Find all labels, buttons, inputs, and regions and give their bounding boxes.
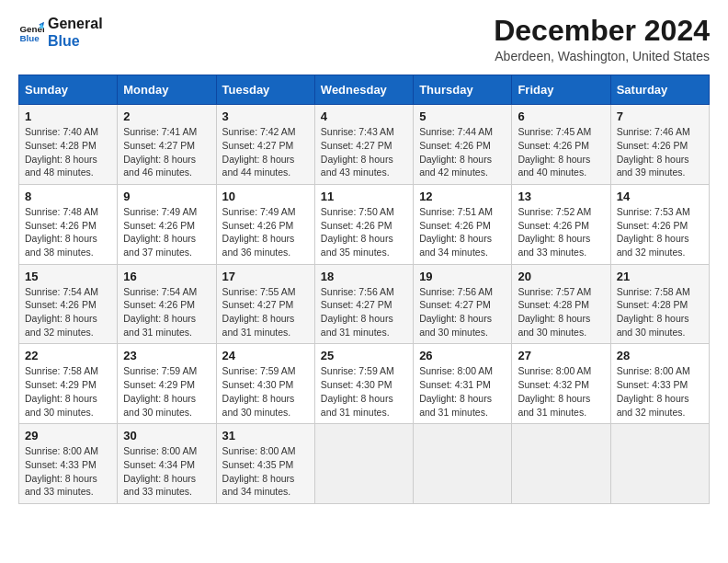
day-number: 6 [518,109,604,123]
day-cell: 9 Sunrise: 7:49 AM Sunset: 4:26 PM Dayli… [118,184,216,264]
day-cell: 25 Sunrise: 7:59 AM Sunset: 4:30 PM Dayl… [314,344,413,424]
day-number: 26 [419,349,506,362]
day-cell: 13 Sunrise: 7:52 AM Sunset: 4:26 PM Dayl… [512,184,610,264]
week-row-4: 22 Sunrise: 7:58 AM Sunset: 4:29 PM Dayl… [19,344,710,424]
page-header: General Blue General Blue December 2024 … [18,15,710,63]
day-info: Sunrise: 7:58 AM Sunset: 4:28 PM Dayligh… [617,285,703,339]
day-number: 11 [321,190,407,203]
day-number: 7 [617,109,703,123]
day-cell: 3 Sunrise: 7:42 AM Sunset: 4:27 PM Dayli… [216,105,314,185]
day-cell: 12 Sunrise: 7:51 AM Sunset: 4:26 PM Dayl… [414,184,512,264]
day-number: 2 [123,109,210,123]
day-cell: 16 Sunrise: 7:54 AM Sunset: 4:26 PM Dayl… [118,264,216,344]
day-cell: 30 Sunrise: 8:00 AM Sunset: 4:34 PM Dayl… [118,424,216,504]
day-cell: 19 Sunrise: 7:56 AM Sunset: 4:27 PM Dayl… [414,264,512,344]
day-cell: 15 Sunrise: 7:54 AM Sunset: 4:26 PM Dayl… [19,264,118,344]
day-number: 20 [518,270,604,283]
day-number: 3 [222,109,309,123]
day-info: Sunrise: 8:00 AM Sunset: 4:33 PM Dayligh… [617,364,703,419]
day-number: 22 [25,349,111,362]
day-number: 16 [123,270,210,283]
day-info: Sunrise: 7:56 AM Sunset: 4:27 PM Dayligh… [419,285,506,339]
subtitle: Aberdeen, Washington, United States [494,49,710,63]
day-info: Sunrise: 7:53 AM Sunset: 4:26 PM Dayligh… [617,205,703,259]
day-number: 21 [617,270,703,283]
day-info: Sunrise: 7:42 AM Sunset: 4:27 PM Dayligh… [222,125,309,179]
day-info: Sunrise: 7:44 AM Sunset: 4:26 PM Dayligh… [419,125,506,179]
day-cell: 14 Sunrise: 7:53 AM Sunset: 4:26 PM Dayl… [610,184,709,264]
header-cell-thursday: Thursday [414,75,512,105]
header-cell-wednesday: Wednesday [314,75,413,105]
day-number: 31 [222,429,309,442]
day-info: Sunrise: 7:51 AM Sunset: 4:26 PM Dayligh… [419,205,506,259]
day-info: Sunrise: 8:00 AM Sunset: 4:32 PM Dayligh… [518,364,604,419]
day-info: Sunrise: 7:59 AM Sunset: 4:30 PM Dayligh… [222,364,309,419]
day-number: 12 [419,190,506,203]
day-number: 13 [518,190,604,203]
day-cell [314,424,413,504]
day-cell: 23 Sunrise: 7:59 AM Sunset: 4:29 PM Dayl… [118,344,216,424]
day-cell: 20 Sunrise: 7:57 AM Sunset: 4:28 PM Dayl… [512,264,610,344]
day-number: 8 [25,190,111,203]
day-info: Sunrise: 8:00 AM Sunset: 4:33 PM Dayligh… [25,444,111,499]
day-cell: 28 Sunrise: 8:00 AM Sunset: 4:33 PM Dayl… [610,344,709,424]
day-info: Sunrise: 7:48 AM Sunset: 4:26 PM Dayligh… [25,205,111,259]
logo-line2: Blue [48,32,103,50]
day-info: Sunrise: 8:00 AM Sunset: 4:34 PM Dayligh… [123,444,210,499]
day-info: Sunrise: 7:41 AM Sunset: 4:27 PM Dayligh… [123,125,210,179]
day-cell: 21 Sunrise: 7:58 AM Sunset: 4:28 PM Dayl… [610,264,709,344]
day-info: Sunrise: 7:43 AM Sunset: 4:27 PM Dayligh… [321,125,407,179]
day-cell [414,424,512,504]
week-row-3: 15 Sunrise: 7:54 AM Sunset: 4:26 PM Dayl… [19,264,710,344]
day-cell: 17 Sunrise: 7:55 AM Sunset: 4:27 PM Dayl… [216,264,314,344]
header-cell-tuesday: Tuesday [216,75,314,105]
day-cell: 5 Sunrise: 7:44 AM Sunset: 4:26 PM Dayli… [414,105,512,185]
day-number: 24 [222,349,309,362]
day-info: Sunrise: 7:59 AM Sunset: 4:29 PM Dayligh… [123,364,210,419]
day-info: Sunrise: 7:45 AM Sunset: 4:26 PM Dayligh… [518,125,604,179]
day-info: Sunrise: 7:57 AM Sunset: 4:28 PM Dayligh… [518,285,604,339]
header-cell-monday: Monday [118,75,216,105]
day-number: 18 [321,270,407,283]
day-info: Sunrise: 7:58 AM Sunset: 4:29 PM Dayligh… [25,364,111,419]
day-cell: 27 Sunrise: 8:00 AM Sunset: 4:32 PM Dayl… [512,344,610,424]
day-cell: 1 Sunrise: 7:40 AM Sunset: 4:28 PM Dayli… [19,105,118,185]
day-number: 27 [518,349,604,362]
day-cell: 18 Sunrise: 7:56 AM Sunset: 4:27 PM Dayl… [314,264,413,344]
week-row-2: 8 Sunrise: 7:48 AM Sunset: 4:26 PM Dayli… [19,184,710,264]
title-section: December 2024 Aberdeen, Washington, Unit… [494,15,710,63]
main-title: December 2024 [494,15,710,47]
week-row-1: 1 Sunrise: 7:40 AM Sunset: 4:28 PM Dayli… [19,105,710,185]
day-number: 30 [123,429,210,442]
day-info: Sunrise: 7:52 AM Sunset: 4:26 PM Dayligh… [518,205,604,259]
day-info: Sunrise: 7:54 AM Sunset: 4:26 PM Dayligh… [25,285,111,339]
week-row-5: 29 Sunrise: 8:00 AM Sunset: 4:33 PM Dayl… [19,424,710,504]
header-row: SundayMondayTuesdayWednesdayThursdayFrid… [19,75,710,105]
day-number: 15 [25,270,111,283]
logo: General Blue General Blue [18,15,103,50]
day-cell: 24 Sunrise: 7:59 AM Sunset: 4:30 PM Dayl… [216,344,314,424]
day-cell [610,424,709,504]
day-cell [512,424,610,504]
day-info: Sunrise: 8:00 AM Sunset: 4:35 PM Dayligh… [222,444,309,499]
day-info: Sunrise: 7:49 AM Sunset: 4:26 PM Dayligh… [123,205,210,259]
logo-line1: General [48,15,103,32]
day-number: 23 [123,349,210,362]
day-cell: 2 Sunrise: 7:41 AM Sunset: 4:27 PM Dayli… [118,105,216,185]
header-cell-sunday: Sunday [19,75,118,105]
day-number: 29 [25,429,111,442]
day-number: 9 [123,190,210,203]
day-cell: 29 Sunrise: 8:00 AM Sunset: 4:33 PM Dayl… [19,424,118,504]
svg-text:Blue: Blue [19,33,40,43]
logo-icon: General Blue [18,19,44,45]
day-number: 28 [617,349,703,362]
day-cell: 31 Sunrise: 8:00 AM Sunset: 4:35 PM Dayl… [216,424,314,504]
calendar-table: SundayMondayTuesdayWednesdayThursdayFrid… [18,75,710,504]
day-cell: 26 Sunrise: 8:00 AM Sunset: 4:31 PM Dayl… [414,344,512,424]
day-cell: 7 Sunrise: 7:46 AM Sunset: 4:26 PM Dayli… [610,105,709,185]
day-number: 4 [321,109,407,123]
day-number: 17 [222,270,309,283]
day-info: Sunrise: 7:49 AM Sunset: 4:26 PM Dayligh… [222,205,309,259]
day-info: Sunrise: 7:46 AM Sunset: 4:26 PM Dayligh… [617,125,703,179]
day-number: 19 [419,270,506,283]
